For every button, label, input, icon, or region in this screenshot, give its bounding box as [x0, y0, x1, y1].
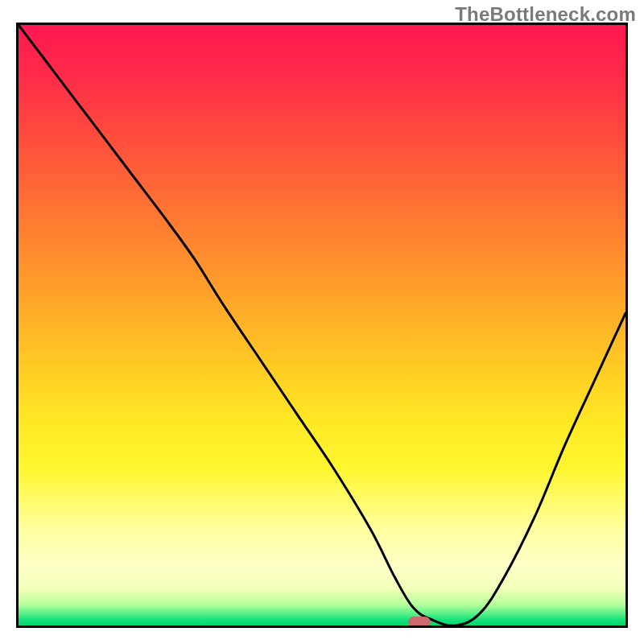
watermark-text: TheBottleneck.com: [455, 3, 636, 26]
bottleneck-curve: [19, 25, 625, 625]
chart-container: TheBottleneck.com: [0, 0, 644, 644]
plot-area: [16, 23, 628, 628]
optimal-marker: [408, 617, 431, 628]
